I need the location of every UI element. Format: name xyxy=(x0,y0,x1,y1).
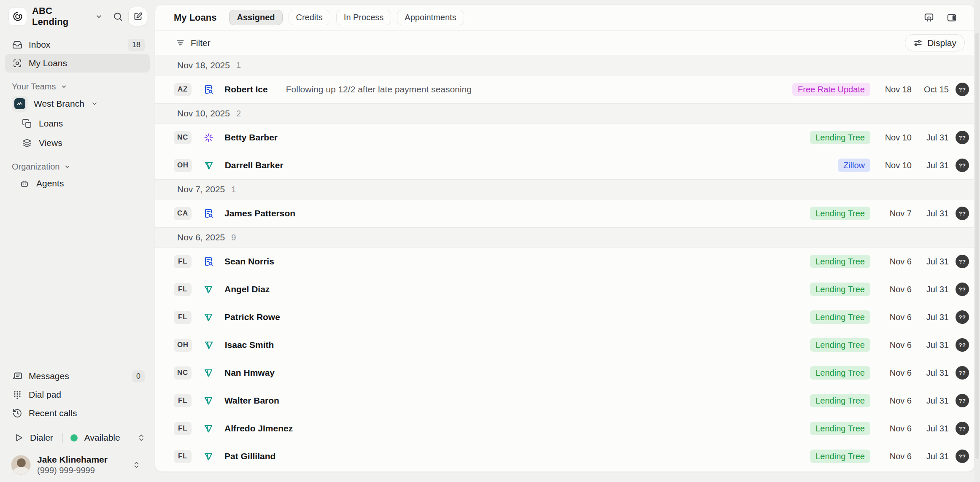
send-icon xyxy=(202,312,215,323)
presentation-chart-icon[interactable] xyxy=(923,12,934,23)
row-right: Lending TreeNov 6Jul 31?? xyxy=(810,422,969,435)
sidebar-item-label: Inbox xyxy=(29,40,50,50)
date-primary: Nov 6 xyxy=(870,257,912,267)
date-secondary: Jul 31 xyxy=(912,452,949,461)
group-date: Nov 6, 2025 xyxy=(177,232,225,242)
send-icon xyxy=(202,160,215,171)
app-logo xyxy=(8,7,27,26)
loan-row[interactable]: OH Isaac SmithLending TreeNov 6Jul 31?? xyxy=(155,331,974,359)
state-badge: FL xyxy=(174,450,192,463)
state-badge: FL xyxy=(174,283,192,296)
assignee-avatar[interactable]: ?? xyxy=(956,310,969,324)
tab-in-process[interactable]: In Process xyxy=(336,10,391,25)
group-count: 1 xyxy=(231,185,236,194)
sidebar-item-views[interactable]: Views xyxy=(0,133,155,153)
loan-row[interactable]: NC Nan HmwayLending TreeNov 6Jul 31?? xyxy=(155,359,974,387)
state-badge: FL xyxy=(174,255,192,268)
date-secondary: Jul 31 xyxy=(912,161,949,170)
activity-icon xyxy=(14,98,25,109)
sidebar-item-my-loans[interactable]: My Loans xyxy=(5,54,150,73)
loan-row[interactable]: AZ Robert IceFollowing up 12/2 after lat… xyxy=(155,75,974,103)
tab-assigned[interactable]: Assigned xyxy=(229,10,282,25)
tab-credits[interactable]: Credits xyxy=(289,10,330,25)
loan-row[interactable]: NCBetty BarberLending TreeNov 10Jul 31?? xyxy=(155,124,974,151)
date-secondary: Jul 31 xyxy=(912,209,949,218)
scrollbar-thumb[interactable] xyxy=(975,33,979,459)
focus-icon xyxy=(12,58,22,68)
sidebar-item-loans[interactable]: Loans xyxy=(0,114,155,133)
chevrons-up-down-icon[interactable] xyxy=(132,461,140,469)
send-icon xyxy=(202,367,215,378)
sidebar-item-label: Dial pad xyxy=(29,390,61,400)
assignee-avatar[interactable]: ?? xyxy=(956,450,969,463)
scrollbar[interactable] xyxy=(975,0,980,482)
section-organization[interactable]: Organization xyxy=(0,159,155,174)
row-right: Lending TreeNov 6Jul 31?? xyxy=(810,338,969,352)
sidebar-item-dial-pad[interactable]: Dial pad xyxy=(5,385,150,404)
sliders-icon xyxy=(913,38,923,48)
contact-name: Angel Diaz xyxy=(224,284,270,294)
sidebar-item-messages[interactable]: Messages 0 xyxy=(5,367,150,385)
section-your-teams[interactable]: Your Teams xyxy=(0,79,155,94)
group-header: Nov 18, 20251 xyxy=(155,55,974,75)
availability-status[interactable]: Available xyxy=(84,433,120,443)
group-count: 9 xyxy=(231,233,236,242)
assignee-avatar[interactable]: ?? xyxy=(956,207,969,220)
source-badge: Lending Tree xyxy=(810,338,870,352)
sidebar-item-label: Agents xyxy=(36,178,64,188)
chevrons-up-down-icon[interactable] xyxy=(137,434,146,442)
sidebar-item-inbox[interactable]: Inbox 18 xyxy=(5,35,150,54)
main-panel: My Loans Assigned Credits In Process App… xyxy=(155,4,975,472)
divider xyxy=(62,433,63,443)
play-icon[interactable] xyxy=(13,433,24,443)
date-primary: Nov 10 xyxy=(870,161,912,170)
date-primary: Nov 6 xyxy=(870,396,912,406)
loan-row[interactable]: FL Patrick RoweLending TreeNov 6Jul 31?? xyxy=(155,303,974,331)
display-button[interactable]: Display xyxy=(905,34,965,51)
row-right: Lending TreeNov 6Jul 31?? xyxy=(810,394,969,407)
sidebar-item-agents[interactable]: Agents xyxy=(0,174,155,193)
dialer-label[interactable]: Dialer xyxy=(30,433,53,443)
assignee-avatar[interactable]: ?? xyxy=(956,255,969,268)
row-right: Lending TreeNov 7Jul 31?? xyxy=(810,207,969,220)
assignee-avatar[interactable]: ?? xyxy=(956,422,969,435)
display-label: Display xyxy=(927,38,956,48)
user-menu[interactable]: Jake Klinehamer (999) 999-9999 xyxy=(5,449,150,475)
panel-right-icon[interactable] xyxy=(946,12,957,23)
assignee-avatar[interactable]: ?? xyxy=(956,366,969,380)
row-right: Lending TreeNov 6Jul 31?? xyxy=(810,255,969,268)
state-badge: CA xyxy=(174,207,192,220)
sidebar-item-west-branch[interactable]: West Branch xyxy=(0,94,155,114)
loan-row[interactable]: FL Pat GillilandLending TreeNov 6Jul 31?… xyxy=(155,442,974,470)
state-badge: FL xyxy=(174,394,192,407)
loan-row[interactable]: CA James PattersonLending TreeNov 7Jul 3… xyxy=(155,199,974,227)
contact-name: James Patterson xyxy=(224,208,295,218)
file-search-icon xyxy=(202,208,215,219)
contact-name: Darrell Barker xyxy=(225,160,283,170)
assignee-avatar[interactable]: ?? xyxy=(956,83,969,96)
tab-appointments[interactable]: Appointments xyxy=(397,10,464,25)
org-switcher[interactable]: ABC Lending xyxy=(0,6,155,27)
loan-row[interactable]: FL Alfredo JImenezLending TreeNov 6Jul 3… xyxy=(155,415,974,442)
filter-button[interactable]: Filter xyxy=(175,38,211,48)
contact-name: Patrick Rowe xyxy=(224,312,280,322)
search-icon[interactable] xyxy=(113,11,123,22)
compose-button[interactable] xyxy=(128,7,147,26)
loan-row[interactable]: FL Sean NorrisLending TreeNov 6Jul 31?? xyxy=(155,248,974,275)
contact-name: Pat Gilliland xyxy=(224,451,275,461)
messages-count-badge: 0 xyxy=(132,370,145,382)
assignee-avatar[interactable]: ?? xyxy=(956,159,969,172)
assignee-avatar[interactable]: ?? xyxy=(956,394,969,407)
assignee-avatar[interactable]: ?? xyxy=(956,283,969,296)
date-secondary: Jul 31 xyxy=(912,257,949,267)
inbox-count-badge: 18 xyxy=(128,39,145,51)
assignee-avatar[interactable]: ?? xyxy=(956,131,969,144)
source-badge: Free Rate Update xyxy=(792,83,870,96)
loan-row[interactable]: FL Walter BaronLending TreeNov 6Jul 31?? xyxy=(155,387,974,415)
sidebar-item-recent-calls[interactable]: Recent calls xyxy=(5,404,150,423)
loan-row[interactable]: OH Darrell BarkerZillowNov 10Jul 31?? xyxy=(155,151,974,179)
dialer-bar: Dialer Available xyxy=(5,427,150,449)
source-badge: Lending Tree xyxy=(810,283,870,296)
assignee-avatar[interactable]: ?? xyxy=(956,338,969,352)
loan-row[interactable]: FL Angel DiazLending TreeNov 6Jul 31?? xyxy=(155,275,974,303)
